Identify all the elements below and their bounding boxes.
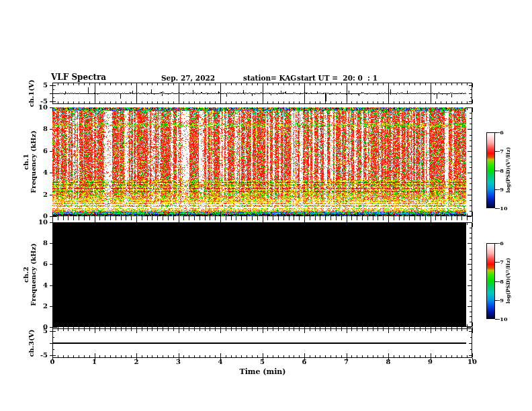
station-label: station= KAG (243, 74, 296, 82)
x-tick-label: 4 (218, 359, 223, 365)
y-tick-label: -5 (40, 98, 48, 105)
colorbar-tick-label: -10 (498, 316, 507, 322)
colorbar-tick-label: -8 (498, 279, 504, 284)
x-tick-label: 2 (134, 359, 139, 365)
x-tick-label: 7 (344, 359, 349, 365)
page-title: VLF Spectra (51, 73, 106, 82)
ch1-frequency-axis-label: ch.1 Frequency (kHz) (22, 130, 37, 193)
colorbar-tick-label: -6 (498, 130, 504, 135)
x-tick-label: 0 (50, 359, 55, 365)
y-tick-label: 10 (38, 219, 48, 226)
figure-canvas (0, 0, 532, 411)
colorbar-tick-label: -7 (498, 148, 504, 154)
ch2-label-line2: Frequency (kHz) (30, 243, 37, 306)
x-tick-label: 5 (260, 359, 265, 365)
x-tick-label: 10 (468, 359, 477, 365)
y-tick-label: 6 (43, 261, 48, 267)
start-ut-label: start UT = 20: 0 : 1 (297, 74, 378, 82)
x-tick-label: 1 (92, 359, 97, 365)
vlf-spectra-figure: VLF Spectra Sep. 27, 2022 station= KAG s… (0, 0, 532, 411)
y-tick-label: 10 (38, 104, 48, 111)
y-tick-label: 6 (43, 148, 48, 154)
colorbar-tick-label: -9 (498, 298, 504, 303)
colorbar-tick-label: -10 (498, 205, 507, 211)
colorbar-tick-label: -6 (498, 240, 504, 246)
x-tick-label: 6 (302, 359, 307, 365)
colorbar-tick-label: -8 (498, 168, 504, 173)
y-tick-label: 2 (43, 191, 48, 198)
y-tick-label: 8 (43, 126, 48, 132)
colorbar-tick-label: -7 (498, 259, 504, 265)
colorbar1-axis-label: log(PSD)(V²/Hz) (506, 147, 511, 193)
x-tick-label: 3 (176, 359, 181, 365)
y-tick-label: 5 (43, 328, 48, 334)
ch1-label-line2: Frequency (kHz) (30, 130, 37, 193)
x-tick-label: 8 (386, 359, 391, 365)
ch3-voltage-axis-label: ch.3(V) (28, 329, 35, 357)
ch1-voltage-axis-label: ch.1(V) (28, 79, 35, 107)
y-tick-label: -5 (40, 352, 48, 359)
time-axis-label: Time (min) (239, 367, 285, 376)
date-label: Sep. 27, 2022 (161, 74, 215, 82)
ch1-label-line1: ch.1 (22, 130, 30, 193)
ch2-frequency-axis-label: ch.2 Frequency (kHz) (22, 243, 37, 306)
colorbar2-axis-label: log(PSD)(V²/Hz) (506, 258, 511, 304)
y-tick-label: 4 (43, 282, 48, 289)
y-tick-label: 8 (43, 240, 48, 246)
ch2-label-line1: ch.2 (22, 243, 30, 306)
y-tick-label: 2 (43, 303, 48, 310)
y-tick-label: 5 (43, 82, 48, 89)
y-tick-label: 4 (43, 169, 48, 176)
colorbar-tick-label: -9 (498, 187, 504, 192)
x-tick-label: 9 (428, 359, 433, 365)
